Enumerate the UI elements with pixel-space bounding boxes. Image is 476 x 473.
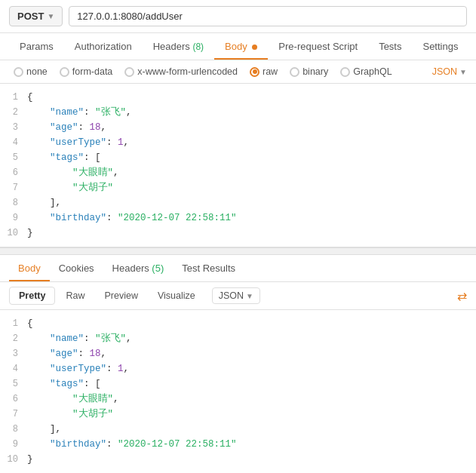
view-tabs: Pretty Raw Preview Visualize JSON ▼ ⇄ [0,282,476,310]
tab-authorization[interactable]: Authorization [64,33,143,60]
resp-tab-headers[interactable]: Headers (5) [103,255,174,281]
response-json-label: JSON [219,290,244,301]
tab-headers[interactable]: Headers (8) [143,33,214,60]
option-none[interactable]: none [9,65,52,78]
section-divider [0,247,476,255]
body-options: none form-data x-www-form-urlencoded raw… [0,60,476,84]
resp-tab-cookies[interactable]: Cookies [50,255,103,281]
method-arrow-icon: ▼ [47,12,54,20]
option-graphql-label: GraphQL [353,66,392,77]
wrap-lines-icon[interactable]: ⇄ [457,289,467,303]
code-line-3: 3 "age": 18, [0,120,476,135]
url-bar: POST ▼ [0,0,476,33]
view-tab-visualize[interactable]: Visualize [149,287,204,304]
view-tab-pretty[interactable]: Pretty [9,287,55,305]
resp-code-line-6: 6 "大眼睛", [0,392,476,407]
option-graphql[interactable]: GraphQL [336,65,396,78]
option-form-data-label: form-data [72,66,113,77]
response-json-arrow-icon: ▼ [246,292,253,300]
radio-binary [290,67,299,77]
option-raw-label: raw [263,66,278,77]
option-raw[interactable]: raw [245,65,282,78]
resp-tab-test-results[interactable]: Test Results [173,255,244,281]
method-select[interactable]: POST ▼ [9,6,63,26]
resp-code-line-4: 4 "userType": 1, [0,361,476,376]
option-urlencoded[interactable]: x-www-form-urlencoded [120,65,242,78]
request-code-editor[interactable]: 1 { 2 "name": "张飞", 3 "age": 18, 4 "user… [0,84,476,247]
body-dot-icon [252,45,257,50]
tab-body[interactable]: Body [214,33,268,60]
resp-headers-badge: (5) [152,263,164,274]
code-line-2: 2 "name": "张飞", [0,105,476,120]
resp-code-line-2: 2 "name": "张飞", [0,331,476,346]
code-line-8: 8 ], [0,195,476,210]
method-label: POST [17,11,44,22]
resp-code-line-3: 3 "age": 18, [0,346,476,361]
radio-none [14,67,23,77]
code-line-9: 9 "birthday": "2020-12-07 22:58:11" [0,210,476,226]
option-urlencoded-label: x-www-form-urlencoded [137,66,238,77]
resp-code-line-8: 8 ], [0,422,476,437]
code-line-10: 10 } [0,226,476,241]
tab-pre-request[interactable]: Pre-request Script [268,33,368,60]
resp-code-line-1: 1 { [0,316,476,331]
url-input[interactable] [69,6,467,26]
response-code-editor: 1 { 2 "name": "张飞", 3 "age": 18, 4 "user… [0,310,476,473]
code-line-6: 6 "大眼睛", [0,165,476,180]
radio-urlencoded [124,67,134,77]
view-tab-preview[interactable]: Preview [95,287,146,304]
response-json-dropdown[interactable]: JSON ▼ [212,287,260,304]
top-tabs: Params Authorization Headers (8) Body Pr… [0,33,476,60]
resp-code-line-5: 5 "tags": [ [0,376,476,392]
resp-code-line-10: 10 } [0,452,476,467]
tab-tests[interactable]: Tests [368,33,412,60]
resp-code-line-9: 9 "birthday": "2020-12-07 22:58:11" [0,437,476,452]
json-type-dropdown[interactable]: JSON ▼ [432,66,467,77]
headers-badge: (8) [192,41,204,52]
json-dropdown-arrow-icon: ▼ [459,68,467,76]
response-tabs: Body Cookies Headers (5) Test Results [0,255,476,282]
option-none-label: none [26,66,48,77]
radio-raw [250,67,259,77]
view-tab-raw[interactable]: Raw [57,287,94,304]
option-form-data[interactable]: form-data [55,65,118,78]
option-binary[interactable]: binary [285,65,333,78]
tab-settings[interactable]: Settings [412,33,468,60]
resp-tab-body[interactable]: Body [9,255,50,281]
tab-params[interactable]: Params [9,33,64,60]
radio-graphql [340,67,350,77]
option-binary-label: binary [302,66,328,77]
radio-form-data [60,67,69,77]
code-line-4: 4 "userType": 1, [0,135,476,150]
code-line-1: 1 { [0,90,476,105]
json-type-label: JSON [432,66,457,77]
code-line-5: 5 "tags": [ [0,150,476,165]
code-line-7: 7 "大胡子" [0,180,476,195]
resp-code-line-7: 7 "大胡子" [0,407,476,422]
